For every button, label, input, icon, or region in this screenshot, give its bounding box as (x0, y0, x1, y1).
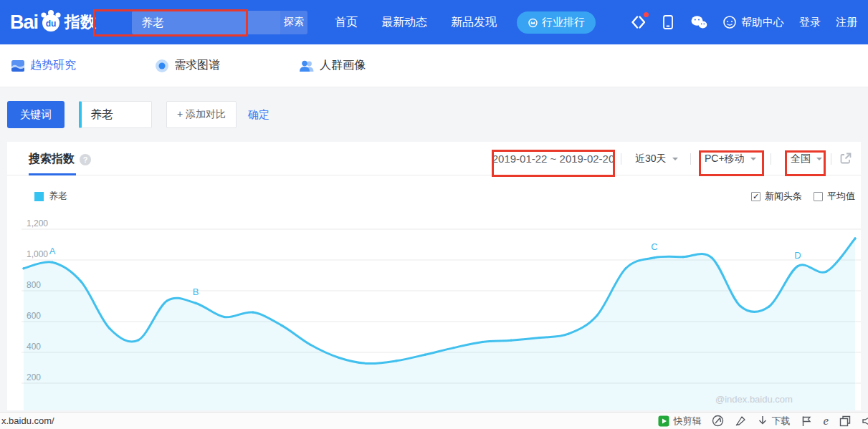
confirm-button[interactable]: 确定 (248, 108, 270, 122)
svg-text:B: B (193, 286, 199, 297)
chevron-down-icon (816, 158, 822, 163)
login-link[interactable]: 登录 (799, 16, 821, 29)
circle-pen-icon[interactable] (712, 415, 724, 427)
download-button[interactable]: 下载 (758, 415, 790, 428)
region-dropdown[interactable]: 全国 (791, 142, 822, 175)
svg-text:C: C (651, 241, 657, 252)
chevron-down-icon (672, 158, 678, 163)
header-nav: 首页 最新动态 新品发现 (335, 15, 497, 30)
flag-icon[interactable] (801, 415, 812, 427)
industry-ranking-button[interactable]: 行业排行 (517, 11, 596, 34)
svg-text:du: du (46, 19, 57, 29)
search-input[interactable]: 养老 (132, 11, 280, 34)
download-label: 下载 (771, 415, 790, 428)
ie-browser-icon[interactable]: e (823, 414, 829, 428)
register-link[interactable]: 注册 (836, 16, 857, 29)
help-center-label: 帮助中心 (741, 16, 784, 29)
wechat-icon[interactable] (690, 15, 707, 29)
date-range-control[interactable]: 2019-01-22 ~ 2019-02-20 (490, 142, 617, 175)
active-tab-underline (29, 173, 76, 175)
device-label: PC+移动 (705, 153, 745, 165)
chevron-down-icon (750, 158, 756, 163)
svg-text:1,200: 1,200 (27, 218, 48, 228)
region-label: 全国 (791, 153, 811, 165)
news-headlines-label: 新闻头条 (765, 190, 802, 203)
quick-editor-button[interactable]: 快剪辑 (658, 415, 701, 428)
nav-latest-news[interactable]: 最新动态 (381, 15, 427, 30)
help-question-icon[interactable]: ? (80, 154, 91, 165)
legend-label: 养老 (49, 190, 67, 203)
keyword-input[interactable]: 养老 (79, 101, 152, 128)
checkbox-icon: ✓ (751, 192, 760, 201)
svg-text:1,000: 1,000 (27, 249, 48, 259)
browser-status-bar: x.baidu.com/ 快剪辑 (0, 412, 868, 429)
nav-new-products[interactable]: 新品发现 (451, 15, 497, 30)
checkbox-icon: ✓ (814, 192, 823, 201)
speaker-icon[interactable] (862, 415, 868, 427)
help-center-icon (722, 15, 737, 29)
export-share-icon[interactable] (839, 151, 853, 165)
search-index-card: 搜索指数 ? 2019-01-22 ~ 2019-02-20 近30天 PC+移… (7, 142, 861, 410)
notification-dot (644, 12, 649, 17)
window-restore-icon[interactable] (839, 415, 851, 427)
header-search: 养老 探索 (132, 11, 307, 34)
logo-text-bai: Bai (10, 11, 38, 34)
status-url: x.baidu.com/ (1, 415, 54, 426)
card-tab-row: 搜索指数 ? 2019-01-22 ~ 2019-02-20 近30天 PC+移… (7, 142, 861, 175)
baidu-index-logo[interactable]: Bai du 指数 (10, 10, 96, 34)
help-center-link[interactable]: 帮助中心 (722, 15, 784, 29)
rocket-boost-icon[interactable] (735, 415, 747, 427)
trend-research-label: 趋势研究 (30, 58, 76, 73)
svg-text:D: D (794, 250, 801, 261)
series-legend[interactable]: 养老 (34, 190, 67, 203)
header-right-tools: 帮助中心 登录 注册 (630, 14, 857, 30)
top-header: Bai du 指数 养老 探索 首页 最新动态 新品发现 行业排行 (0, 0, 868, 44)
keyword-bar: 关键词 养老 + 添加对比 确定 (0, 87, 868, 142)
search-index-trend-chart[interactable]: 1,2001,000800600400200ABCD (7, 215, 861, 410)
legend-row: 养老 ✓ 新闻头条 ✓ 平均值 (7, 188, 861, 205)
function-nav: 趋势研究 需求图谱 人群画像 (0, 44, 868, 87)
average-label: 平均值 (827, 190, 855, 203)
trend-chart-icon (11, 59, 25, 73)
keyword-label-button[interactable]: 关键词 (7, 101, 65, 128)
mobile-app-icon[interactable] (661, 14, 675, 30)
device-dropdown[interactable]: PC+移动 (705, 142, 756, 175)
period-dropdown[interactable]: 近30天 (635, 142, 678, 175)
period-label: 近30天 (635, 153, 667, 165)
ranking-badge-icon (528, 17, 538, 28)
watermark: @index.baidu.com (715, 394, 793, 405)
add-compare-button[interactable]: + 添加对比 (166, 101, 237, 128)
svg-text:A: A (49, 246, 56, 256)
legend-color-swatch (34, 192, 44, 201)
news-brackets-icon[interactable] (630, 14, 646, 30)
quick-editor-label: 快剪辑 (673, 415, 701, 428)
average-checkbox[interactable]: ✓ 平均值 (814, 190, 855, 203)
tab-audience-profile[interactable]: 人群画像 (299, 58, 366, 73)
tab-trend-research[interactable]: 趋势研究 (11, 58, 76, 73)
tab-search-index[interactable]: 搜索指数 ? (29, 152, 91, 167)
news-headlines-checkbox[interactable]: ✓ 新闻头条 (751, 190, 802, 203)
logo-text-suffix: 指数 (65, 11, 96, 33)
tab-demand-map[interactable]: 需求图谱 (155, 58, 220, 73)
audience-profile-icon (299, 59, 315, 73)
overlay-toggles: ✓ 新闻头条 ✓ 平均值 (751, 190, 855, 203)
nav-home[interactable]: 首页 (335, 15, 358, 30)
baidu-paw-icon: du (39, 9, 63, 33)
search-explore-button[interactable]: 探索 (280, 11, 307, 34)
ranking-label: 行业排行 (542, 16, 585, 29)
demand-map-icon (155, 59, 169, 73)
status-bar-tools: 快剪辑 下载 e (658, 414, 868, 428)
search-index-title: 搜索指数 (29, 152, 75, 167)
audience-profile-label: 人群画像 (320, 58, 366, 73)
demand-map-label: 需求图谱 (174, 58, 220, 73)
